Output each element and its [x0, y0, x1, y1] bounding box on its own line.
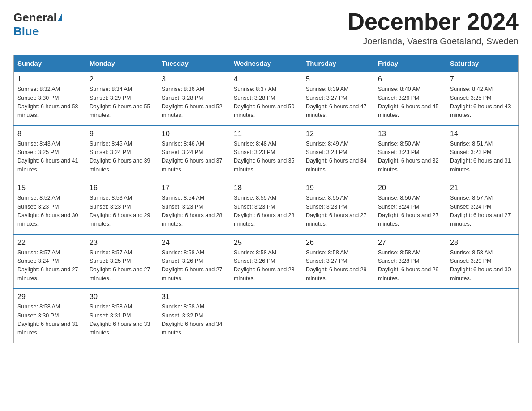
day-number: 2	[90, 75, 154, 83]
day-number: 14	[450, 130, 515, 138]
day-info: Sunrise: 8:42 AM Sunset: 3:25 PM Dayligh…	[450, 85, 515, 120]
day-info: Sunrise: 8:52 AM Sunset: 3:23 PM Dayligh…	[17, 194, 82, 229]
day-info: Sunrise: 8:50 AM Sunset: 3:23 PM Dayligh…	[378, 140, 442, 175]
calendar-cell: 6 Sunrise: 8:40 AM Sunset: 3:26 PM Dayli…	[374, 72, 446, 126]
calendar-cell: 12 Sunrise: 8:49 AM Sunset: 3:23 PM Dayl…	[302, 126, 374, 180]
day-number: 19	[306, 184, 370, 192]
day-info: Sunrise: 8:34 AM Sunset: 3:29 PM Dayligh…	[90, 85, 154, 120]
day-number: 26	[306, 239, 370, 247]
header-saturday: Saturday	[446, 55, 519, 72]
header-wednesday: Wednesday	[230, 55, 302, 72]
calendar-cell: 27 Sunrise: 8:58 AM Sunset: 3:28 PM Dayl…	[374, 235, 446, 289]
calendar-header-row: SundayMondayTuesdayWednesdayThursdayFrid…	[14, 55, 519, 72]
header-thursday: Thursday	[302, 55, 374, 72]
day-number: 17	[162, 184, 226, 192]
day-info: Sunrise: 8:57 AM Sunset: 3:24 PM Dayligh…	[17, 248, 82, 283]
calendar-cell: 29 Sunrise: 8:58 AM Sunset: 3:30 PM Dayl…	[14, 289, 86, 343]
day-info: Sunrise: 8:32 AM Sunset: 3:30 PM Dayligh…	[17, 85, 82, 120]
logo-triangle-icon	[58, 13, 62, 21]
day-info: Sunrise: 8:58 AM Sunset: 3:28 PM Dayligh…	[378, 248, 442, 283]
day-info: Sunrise: 8:46 AM Sunset: 3:24 PM Dayligh…	[162, 140, 226, 175]
calendar-cell	[230, 289, 302, 343]
week-row-1: 1 Sunrise: 8:32 AM Sunset: 3:30 PM Dayli…	[14, 72, 519, 126]
calendar-cell	[446, 289, 519, 343]
day-info: Sunrise: 8:39 AM Sunset: 3:27 PM Dayligh…	[306, 85, 370, 120]
day-info: Sunrise: 8:58 AM Sunset: 3:30 PM Dayligh…	[17, 303, 82, 338]
calendar-cell	[302, 289, 374, 343]
week-row-3: 15 Sunrise: 8:52 AM Sunset: 3:23 PM Dayl…	[14, 180, 519, 235]
calendar-cell: 24 Sunrise: 8:58 AM Sunset: 3:26 PM Dayl…	[158, 235, 230, 289]
day-info: Sunrise: 8:58 AM Sunset: 3:32 PM Dayligh…	[162, 303, 226, 338]
calendar-cell: 14 Sunrise: 8:51 AM Sunset: 3:23 PM Dayl…	[446, 126, 519, 180]
day-info: Sunrise: 8:58 AM Sunset: 3:31 PM Dayligh…	[90, 303, 154, 338]
day-number: 12	[306, 130, 370, 138]
day-info: Sunrise: 8:48 AM Sunset: 3:23 PM Dayligh…	[234, 140, 298, 175]
calendar-cell: 22 Sunrise: 8:57 AM Sunset: 3:24 PM Dayl…	[14, 235, 86, 289]
day-info: Sunrise: 8:45 AM Sunset: 3:24 PM Dayligh…	[90, 140, 154, 175]
calendar-table: SundayMondayTuesdayWednesdayThursdayFrid…	[13, 55, 519, 343]
day-number: 16	[90, 184, 154, 192]
week-row-4: 22 Sunrise: 8:57 AM Sunset: 3:24 PM Dayl…	[14, 235, 519, 289]
day-info: Sunrise: 8:58 AM Sunset: 3:29 PM Dayligh…	[450, 248, 515, 283]
day-info: Sunrise: 8:54 AM Sunset: 3:23 PM Dayligh…	[162, 194, 226, 229]
day-number: 24	[162, 239, 226, 247]
day-number: 6	[378, 75, 442, 83]
calendar-cell	[374, 289, 446, 343]
day-number: 22	[17, 239, 82, 247]
calendar-cell: 19 Sunrise: 8:55 AM Sunset: 3:23 PM Dayl…	[302, 180, 374, 235]
calendar-cell: 2 Sunrise: 8:34 AM Sunset: 3:29 PM Dayli…	[86, 72, 158, 126]
day-number: 20	[378, 184, 442, 192]
calendar-cell: 20 Sunrise: 8:56 AM Sunset: 3:24 PM Dayl…	[374, 180, 446, 235]
calendar-cell: 3 Sunrise: 8:36 AM Sunset: 3:28 PM Dayli…	[158, 72, 230, 126]
calendar-cell: 4 Sunrise: 8:37 AM Sunset: 3:28 PM Dayli…	[230, 72, 302, 126]
header-sunday: Sunday	[14, 55, 86, 72]
logo-blue-text: Blue	[13, 25, 39, 39]
week-row-2: 8 Sunrise: 8:43 AM Sunset: 3:25 PM Dayli…	[14, 126, 519, 180]
day-info: Sunrise: 8:40 AM Sunset: 3:26 PM Dayligh…	[378, 85, 442, 120]
day-number: 9	[90, 130, 154, 138]
day-number: 8	[17, 130, 82, 138]
header-friday: Friday	[374, 55, 446, 72]
day-info: Sunrise: 8:55 AM Sunset: 3:23 PM Dayligh…	[234, 194, 298, 229]
day-number: 3	[162, 75, 226, 83]
calendar-cell: 25 Sunrise: 8:58 AM Sunset: 3:26 PM Dayl…	[230, 235, 302, 289]
calendar-cell: 26 Sunrise: 8:58 AM Sunset: 3:27 PM Dayl…	[302, 235, 374, 289]
day-number: 21	[450, 184, 515, 192]
day-number: 31	[162, 293, 226, 301]
day-info: Sunrise: 8:57 AM Sunset: 3:24 PM Dayligh…	[450, 194, 515, 229]
calendar-cell: 17 Sunrise: 8:54 AM Sunset: 3:23 PM Dayl…	[158, 180, 230, 235]
day-info: Sunrise: 8:58 AM Sunset: 3:26 PM Dayligh…	[234, 248, 298, 283]
calendar-cell: 15 Sunrise: 8:52 AM Sunset: 3:23 PM Dayl…	[14, 180, 86, 235]
day-info: Sunrise: 8:58 AM Sunset: 3:26 PM Dayligh…	[162, 248, 226, 283]
day-number: 5	[306, 75, 370, 83]
day-info: Sunrise: 8:43 AM Sunset: 3:25 PM Dayligh…	[17, 140, 82, 175]
logo-general-text: General	[13, 11, 57, 25]
day-info: Sunrise: 8:56 AM Sunset: 3:24 PM Dayligh…	[378, 194, 442, 229]
day-number: 18	[234, 184, 298, 192]
day-number: 11	[234, 130, 298, 138]
calendar-cell: 30 Sunrise: 8:58 AM Sunset: 3:31 PM Dayl…	[86, 289, 158, 343]
calendar-cell: 9 Sunrise: 8:45 AM Sunset: 3:24 PM Dayli…	[86, 126, 158, 180]
day-info: Sunrise: 8:51 AM Sunset: 3:23 PM Dayligh…	[450, 140, 515, 175]
title-area: December 2024 Joerlanda, Vaestra Goetala…	[348, 9, 519, 47]
calendar-cell: 16 Sunrise: 8:53 AM Sunset: 3:23 PM Dayl…	[86, 180, 158, 235]
day-info: Sunrise: 8:49 AM Sunset: 3:23 PM Dayligh…	[306, 140, 370, 175]
day-number: 15	[17, 184, 82, 192]
calendar-cell: 5 Sunrise: 8:39 AM Sunset: 3:27 PM Dayli…	[302, 72, 374, 126]
calendar-cell: 21 Sunrise: 8:57 AM Sunset: 3:24 PM Dayl…	[446, 180, 519, 235]
calendar-cell: 11 Sunrise: 8:48 AM Sunset: 3:23 PM Dayl…	[230, 126, 302, 180]
day-info: Sunrise: 8:37 AM Sunset: 3:28 PM Dayligh…	[234, 85, 298, 120]
calendar-cell: 28 Sunrise: 8:58 AM Sunset: 3:29 PM Dayl…	[446, 235, 519, 289]
day-info: Sunrise: 8:53 AM Sunset: 3:23 PM Dayligh…	[90, 194, 154, 229]
day-number: 27	[378, 239, 442, 247]
calendar-cell: 1 Sunrise: 8:32 AM Sunset: 3:30 PM Dayli…	[14, 72, 86, 126]
day-number: 25	[234, 239, 298, 247]
day-info: Sunrise: 8:55 AM Sunset: 3:23 PM Dayligh…	[306, 194, 370, 229]
day-number: 23	[90, 239, 154, 247]
logo: General Blue	[13, 11, 62, 39]
day-number: 29	[17, 293, 82, 301]
day-number: 30	[90, 293, 154, 301]
calendar-cell: 31 Sunrise: 8:58 AM Sunset: 3:32 PM Dayl…	[158, 289, 230, 343]
day-info: Sunrise: 8:58 AM Sunset: 3:27 PM Dayligh…	[306, 248, 370, 283]
day-info: Sunrise: 8:57 AM Sunset: 3:25 PM Dayligh…	[90, 248, 154, 283]
